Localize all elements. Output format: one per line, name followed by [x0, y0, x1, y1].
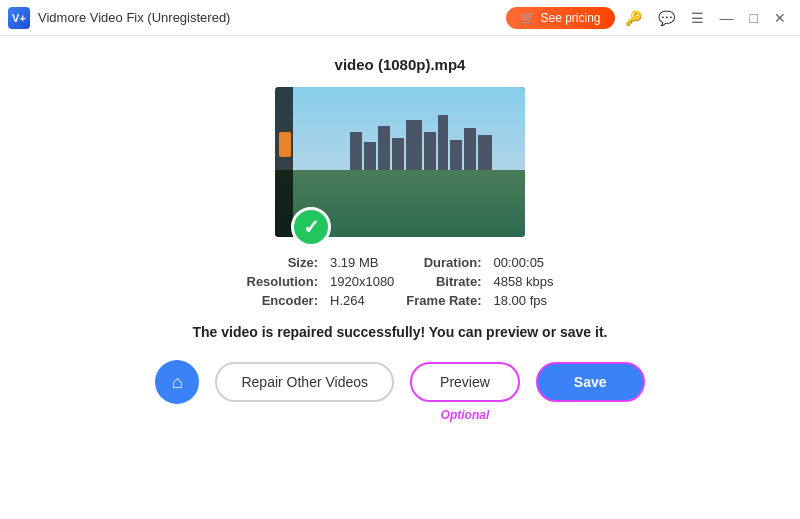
duration-label: Duration: [406, 255, 481, 270]
size-label: Size: [247, 255, 319, 270]
building-1 [350, 132, 362, 170]
preview-button-wrap: Preview Optional [410, 362, 520, 402]
pricing-label: See pricing [540, 11, 600, 25]
bitrate-label: Bitrate: [406, 274, 481, 289]
framerate-value: 18.00 fps [493, 293, 553, 308]
building-9 [464, 128, 476, 170]
building-3 [378, 126, 390, 170]
home-button[interactable]: ⌂ [155, 360, 199, 404]
success-message: The video is repaired successfully! You … [193, 324, 608, 340]
video-left-panel [275, 87, 293, 237]
encoder-value: H.264 [330, 293, 394, 308]
app-title: Vidmore Video Fix (Unregistered) [38, 10, 230, 25]
building-2 [364, 142, 376, 170]
encoder-label: Encoder: [247, 293, 319, 308]
maximize-button[interactable]: □ [744, 8, 764, 28]
resolution-value: 1920x1080 [330, 274, 394, 289]
home-icon: ⌂ [172, 372, 183, 393]
menu-icon: ☰ [691, 10, 704, 26]
chat-button[interactable]: 💬 [652, 8, 681, 28]
building-7 [438, 115, 448, 170]
info-table: Size: 3.19 MB Duration: 00:00:05 Resolut… [247, 255, 554, 308]
key-button[interactable]: 🔑 [619, 8, 648, 28]
repair-other-videos-button[interactable]: Repair Other Videos [215, 362, 394, 402]
success-badge: ✓ [291, 207, 331, 247]
cart-icon: 🛒 [520, 11, 535, 25]
bitrate-value: 4858 kbps [493, 274, 553, 289]
save-button-wrap: Save [536, 362, 645, 402]
duration-value: 00:00:05 [493, 255, 553, 270]
chat-icon: 💬 [658, 10, 675, 26]
video-orange-block [279, 132, 291, 157]
video-buildings [350, 120, 525, 170]
save-button[interactable]: Save [536, 362, 645, 402]
titlebar-left: V+ Vidmore Video Fix (Unregistered) [8, 7, 230, 29]
optional-label: Optional [441, 408, 490, 422]
maximize-icon: □ [750, 10, 758, 26]
main-content: video (1080p).mp4 ✓ Size: [0, 36, 800, 519]
building-4 [392, 138, 404, 170]
key-icon: 🔑 [625, 10, 642, 26]
building-8 [450, 140, 462, 170]
logo-text: V+ [12, 12, 26, 24]
minimize-icon: — [720, 10, 734, 26]
preview-button[interactable]: Preview [410, 362, 520, 402]
video-filename: video (1080p).mp4 [335, 56, 466, 73]
actions-row: ⌂ Repair Other Videos Preview Optional S… [155, 360, 644, 404]
framerate-label: Frame Rate: [406, 293, 481, 308]
building-5 [406, 120, 422, 170]
titlebar: V+ Vidmore Video Fix (Unregistered) 🛒 Se… [0, 0, 800, 36]
pricing-button[interactable]: 🛒 See pricing [506, 7, 614, 29]
video-thumbnail-wrap: ✓ [275, 87, 525, 237]
close-button[interactable]: ✕ [768, 8, 792, 28]
close-icon: ✕ [774, 10, 786, 26]
size-value: 3.19 MB [330, 255, 394, 270]
app-logo: V+ [8, 7, 30, 29]
menu-button[interactable]: ☰ [685, 8, 710, 28]
building-10 [478, 135, 492, 170]
minimize-button[interactable]: — [714, 8, 740, 28]
resolution-label: Resolution: [247, 274, 319, 289]
titlebar-right: 🛒 See pricing 🔑 💬 ☰ — □ ✕ [506, 7, 792, 29]
building-6 [424, 132, 436, 170]
